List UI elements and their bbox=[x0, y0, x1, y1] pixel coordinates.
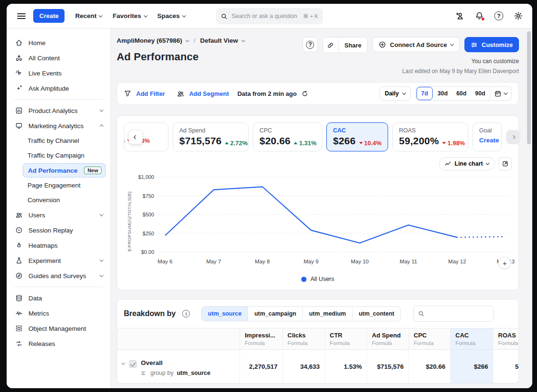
tab-utm-content[interactable]: utm_content bbox=[352, 307, 400, 321]
metric-card-roas[interactable]: ROAS 59,200% 1.98% bbox=[392, 122, 468, 151]
shapes-icon bbox=[15, 54, 23, 62]
row-checkbox[interactable] bbox=[129, 360, 137, 368]
sidebar-item-product-analytics[interactable]: Product Analytics bbox=[7, 103, 111, 118]
sidebar-item-data[interactable]: Data bbox=[7, 290, 111, 306]
tab-utm-campaign[interactable]: utm_campaign bbox=[248, 307, 302, 321]
database-icon bbox=[15, 294, 23, 302]
view-switcher[interactable]: Default View bbox=[200, 37, 245, 44]
metric-card-cac[interactable]: CAC $266 10.4% bbox=[326, 122, 388, 151]
group-by-icon bbox=[141, 370, 147, 376]
table-header-ctr[interactable]: CTRFormula bbox=[324, 328, 367, 349]
delta-up-icon bbox=[225, 142, 229, 144]
vertical-scrollbar[interactable] bbox=[527, 31, 531, 385]
open-external-icon bbox=[502, 160, 509, 167]
share-button[interactable]: Share bbox=[338, 37, 367, 53]
range-7d[interactable]: 7d bbox=[417, 87, 433, 100]
x-axis-ticks: May 6 May 7 May 8 May 9 May 10 May 11 Ma… bbox=[159, 259, 512, 269]
sidebar-item-experiment[interactable]: Experiment bbox=[7, 253, 111, 268]
data-freshness-text: Data from 2 min ago bbox=[237, 90, 296, 97]
table-header-cac[interactable]: CACFormula bbox=[450, 328, 493, 349]
chevron-down-icon bbox=[100, 273, 103, 277]
metric-card-cpc[interactable]: CPC $20.66 1.31% bbox=[253, 122, 322, 151]
scroll-metrics-right-button[interactable] bbox=[506, 130, 520, 144]
sidebar-item-page-engagement[interactable]: Page Engagement bbox=[7, 178, 111, 193]
copy-link-button[interactable] bbox=[323, 37, 338, 53]
link-icon bbox=[327, 42, 334, 49]
table-header-name bbox=[117, 328, 240, 349]
sidebar-item-conversion[interactable]: Conversion bbox=[7, 193, 111, 207]
scrollbar-thumb[interactable] bbox=[527, 31, 531, 144]
customize-hint: You can customize bbox=[303, 58, 519, 65]
menu-recent[interactable]: Recent bbox=[75, 12, 102, 19]
row-expand-chevron-icon[interactable] bbox=[121, 361, 125, 364]
sidebar-item-session-replay[interactable]: Session Replay bbox=[7, 223, 111, 238]
sidebar-item-marketing-analytics[interactable]: Marketing Analytics bbox=[7, 118, 111, 133]
sidebar-item-metrics[interactable]: Metrics bbox=[7, 306, 111, 321]
table-header-cpc[interactable]: CPCFormula bbox=[408, 328, 450, 349]
help-button[interactable]: ? bbox=[494, 11, 503, 20]
breakdown-search[interactable] bbox=[413, 306, 494, 322]
sidebar-item-object-management[interactable]: Object Management bbox=[7, 321, 111, 336]
sidebar-item-live-events[interactable]: Live Events bbox=[7, 65, 111, 81]
chevron-down-icon bbox=[99, 13, 102, 17]
range-90d[interactable]: 90d bbox=[471, 87, 490, 100]
metric-card-goal[interactable]: Goal Create bbox=[472, 122, 502, 151]
notifications-button[interactable] bbox=[475, 11, 484, 20]
metric-card-ad-spend[interactable]: Ad Spend $715,576 2.72% bbox=[173, 122, 249, 151]
sidebar-item-releases[interactable]: Releases bbox=[7, 336, 111, 351]
create-button[interactable]: Create bbox=[33, 9, 65, 23]
tab-utm-source[interactable]: utm_source bbox=[202, 307, 248, 321]
sidebar-item-users[interactable]: Users bbox=[7, 207, 111, 223]
table-header-impressions[interactable]: Impressi...Formula bbox=[240, 328, 282, 349]
last-edited-text: Last edited on May 9 by Mary Ellen Daven… bbox=[303, 68, 519, 75]
add-filter-button[interactable]: Add Filter bbox=[136, 90, 165, 97]
chart-type-select[interactable]: Line chart bbox=[439, 157, 495, 170]
invite-user-button[interactable] bbox=[455, 11, 464, 20]
sidebar-item-ask-amplitude[interactable]: Ask Amplitude bbox=[7, 81, 111, 96]
cell-cac: $266 bbox=[450, 350, 493, 383]
sidebar-item-home[interactable]: Home bbox=[7, 35, 111, 50]
search-input[interactable] bbox=[231, 13, 299, 19]
cell-roas: 59,200% bbox=[493, 350, 519, 383]
sidebar-item-traffic-by-channel[interactable]: Traffic by Channel bbox=[7, 133, 111, 148]
range-30d[interactable]: 30d bbox=[433, 87, 452, 100]
delta-badge: 10.4% bbox=[359, 140, 382, 147]
project-switcher[interactable]: AmpliMoney (657986) bbox=[117, 37, 189, 44]
sidebar-item-all-content[interactable]: All Content bbox=[7, 50, 111, 65]
row-name: Overall bbox=[141, 359, 211, 366]
add-segment-button[interactable]: Add Segment bbox=[189, 90, 229, 97]
add-annotation-button[interactable]: + bbox=[499, 257, 511, 269]
scroll-metrics-left-button[interactable] bbox=[129, 130, 143, 144]
menu-favorites[interactable]: Favorites bbox=[112, 12, 147, 19]
calendar-picker-button[interactable] bbox=[490, 87, 511, 100]
chart-plot-area[interactable] bbox=[159, 174, 512, 255]
hamburger-menu-icon[interactable] bbox=[17, 12, 26, 20]
menu-spaces[interactable]: Spaces bbox=[157, 12, 185, 19]
help-icon: ? bbox=[306, 41, 314, 49]
breakdown-search-input[interactable] bbox=[428, 310, 489, 317]
refresh-button[interactable] bbox=[301, 90, 308, 97]
table-row-overall[interactable]: Overall group by utm_source 2,270,517 34… bbox=[117, 350, 518, 383]
table-header-ad-spend[interactable]: Ad SpendFormula bbox=[367, 328, 408, 349]
open-in-analysis-button[interactable] bbox=[499, 157, 512, 170]
sidebar-item-ad-performance[interactable]: Ad Performance New bbox=[23, 163, 106, 177]
table-header-clicks[interactable]: ClicksFormula bbox=[282, 328, 324, 349]
table-header-roas[interactable]: ROASFormula bbox=[493, 328, 519, 349]
filter-toolbar: Add Filter Add Segment Data from 2 min a… bbox=[117, 82, 519, 105]
info-icon[interactable]: i bbox=[182, 310, 190, 317]
sidebar-item-traffic-by-campaign[interactable]: Traffic by Campaign bbox=[7, 148, 111, 163]
sidebar-item-heatmaps[interactable]: Heatmaps bbox=[7, 238, 111, 253]
sidebar-item-guides-and-surveys[interactable]: Guides and Surveys bbox=[7, 268, 111, 283]
chevron-down-icon bbox=[241, 38, 245, 42]
cell-impressions: 2,270,517 bbox=[240, 350, 282, 383]
create-goal-link[interactable]: Create bbox=[479, 137, 495, 144]
granularity-select[interactable]: Daily bbox=[380, 86, 411, 101]
tab-utm-medium[interactable]: utm_medium bbox=[302, 307, 352, 321]
global-search[interactable]: ⌘ + K bbox=[216, 8, 323, 24]
range-60d[interactable]: 60d bbox=[452, 87, 471, 100]
settings-button[interactable] bbox=[514, 11, 523, 20]
customize-button[interactable]: Customize bbox=[464, 37, 519, 52]
funnel-icon bbox=[124, 90, 131, 97]
connect-ad-source-button[interactable]: Connect Ad Source bbox=[372, 37, 460, 52]
header-help-button[interactable]: ? bbox=[303, 37, 318, 52]
